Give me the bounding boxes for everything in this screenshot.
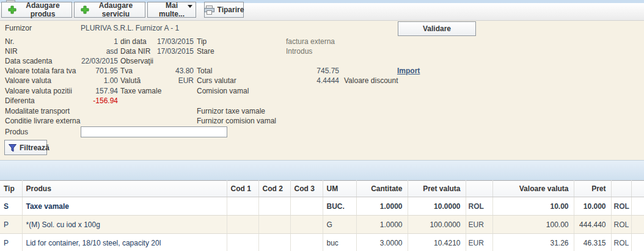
cell-cantitate: 1.0000 [356, 197, 408, 216]
mai-multe-button[interactable]: Mai multe... [147, 2, 196, 18]
import-link[interactable]: Import [397, 66, 420, 76]
cell-pret: 444.440 [574, 216, 611, 234]
cell-cod3 [290, 197, 323, 216]
valuta-value: EUR [141, 76, 194, 85]
tiparire-button[interactable]: Tiparire [204, 2, 244, 18]
cell-cantitate: 1.0000 [356, 216, 408, 234]
col-valoare-valuta[interactable]: Valoare valuta [492, 181, 574, 197]
stare-value: Introdus [286, 46, 312, 56]
products-table: Tip Produs Cod 1 Cod 2 Cod 3 UM Cantitat… [0, 180, 644, 251]
cell-extra [631, 197, 644, 216]
table-row[interactable]: P *(M) Sol. cu iod x 100g G 1.0000 100.0… [0, 216, 644, 234]
valoare-valuta-label: Valoare valuta [5, 76, 51, 85]
valoare-valuta-value: 1.00 [61, 76, 118, 85]
adaugare-produs-label: Adaugare produs [20, 1, 65, 18]
valoare-discount-label: Valoare discount [344, 76, 398, 85]
filter-funnel-icon [9, 144, 16, 152]
col-moneda1[interactable] [466, 181, 492, 197]
tip-label: Tip [197, 37, 207, 46]
valuta-label: Valută [120, 76, 141, 85]
cell-moneda2: ROL [611, 216, 631, 234]
cell-cod2 [258, 197, 290, 216]
cell-produs: Taxe vamale [22, 197, 227, 216]
comision-vamal-label: Comision vamal [197, 86, 249, 96]
filtreaza-label: Filtrează [20, 144, 49, 152]
observatii-label: Observaţii [120, 56, 153, 66]
col-pret[interactable]: Pret [574, 181, 611, 197]
cell-tip: S [0, 197, 22, 216]
col-tip[interactable]: Tip [0, 181, 22, 197]
cell-valoare-valuta: 100.00 [492, 216, 574, 234]
cell-extra [631, 234, 644, 251]
plus-icon [8, 5, 16, 14]
col-cod1[interactable]: Cod 1 [227, 181, 258, 197]
printer-icon [204, 5, 214, 15]
cell-pret: 46.315 [574, 234, 611, 251]
din-data-value: 17/03/2015 [141, 37, 194, 46]
col-cantitate[interactable]: Cantitate [356, 181, 408, 197]
diferenta-value: -156.94 [61, 96, 118, 106]
col-cod3[interactable]: Cod 3 [290, 181, 323, 197]
cell-valoare-valuta: 10.00 [492, 197, 574, 216]
conditie-livrare-externa-label: Conditie livrare externa [5, 116, 80, 126]
cell-cod2 [258, 216, 290, 234]
cell-um: G [323, 216, 356, 234]
cell-pret: 10.000 [574, 197, 611, 216]
col-cod2[interactable]: Cod 2 [258, 181, 290, 197]
produs-filter-input[interactable] [81, 126, 227, 137]
furnizor-value: PLURIVA S.R.L. Furnizor A - 1 [81, 23, 179, 33]
adaugare-serviciu-button[interactable]: Adaugare serviciu [74, 2, 145, 18]
filtreaza-button[interactable]: Filtrează [4, 140, 47, 155]
cell-produs: *(M) Sol. cu iod x 100g [22, 216, 227, 234]
validare-button[interactable]: Validare [398, 21, 476, 36]
cell-cantitate: 3.0000 [356, 234, 408, 251]
col-um[interactable]: UM [323, 181, 356, 197]
cell-moneda1: ROL [466, 197, 492, 216]
furnizor-label: Furnizor [5, 23, 32, 33]
cell-cod1 [227, 234, 258, 251]
adaugare-serviciu-label: Adaugare serviciu [93, 1, 139, 18]
modalitate-transport-label: Modalitate transport [5, 106, 70, 116]
cell-moneda2: ROL [611, 197, 631, 216]
col-extra[interactable] [631, 181, 644, 197]
produs-label: Produs [5, 127, 28, 137]
valoare-totala-value: 701.95 [61, 66, 118, 76]
stare-label: Stare [197, 46, 214, 56]
cell-valoare-valuta: 31.26 [492, 234, 574, 251]
cell-extra [631, 216, 644, 234]
adaugare-produs-button[interactable]: Adaugare produs [1, 2, 72, 18]
table-header-row: Tip Produs Cod 1 Cod 2 Cod 3 UM Cantitat… [0, 181, 644, 197]
plus-icon [81, 5, 89, 14]
total-value: 745.75 [278, 66, 339, 76]
diferenta-label: Diferenta [5, 96, 35, 106]
cell-pret-valuta: 100.0000 [408, 216, 466, 234]
cell-cod3 [290, 234, 323, 251]
invoice-window: Validare Furnizor PLURIVA S.R.L. Furnizo… [0, 0, 644, 251]
cell-cod1 [227, 216, 258, 234]
cell-pret-valuta: 10.0000 [408, 197, 466, 216]
tva-value: 43.80 [141, 66, 194, 76]
cell-cod1 [227, 197, 258, 216]
grid-toolbar [0, 160, 644, 180]
mai-multe-label: Mai multe... [154, 1, 189, 18]
tip-value: factura externa [286, 37, 335, 46]
cell-cod2 [258, 234, 290, 251]
curs-valutar-label: Curs valutar [197, 76, 236, 85]
col-pret-valuta[interactable]: Pret valuta [408, 181, 466, 197]
table-row[interactable]: S Taxe vamale BUC. 1.0000 10.0000 ROL 10… [0, 197, 644, 216]
cell-tip: P [0, 234, 22, 251]
col-moneda2[interactable] [611, 181, 631, 197]
nr-label: Nr. [5, 37, 14, 46]
data-scadenta-label: Data scadenta [5, 56, 52, 66]
total-label: Total [197, 66, 212, 76]
table-row[interactable]: P Lid for container, 18/10 steel, capaci… [0, 234, 644, 251]
furnizor-comision-vamal-label: Furnizor comision vamal [197, 116, 276, 126]
tva-label: Tva [120, 66, 133, 76]
nr-value: 1 [61, 37, 118, 46]
nir-value: asd [61, 46, 118, 56]
col-produs[interactable]: Produs [22, 181, 227, 197]
valoare-valuta-pozitii-value: 157.94 [61, 86, 118, 96]
cell-moneda1: EUR [466, 216, 492, 234]
cell-um: buc [323, 234, 356, 251]
cell-moneda1: EUR [466, 234, 492, 251]
